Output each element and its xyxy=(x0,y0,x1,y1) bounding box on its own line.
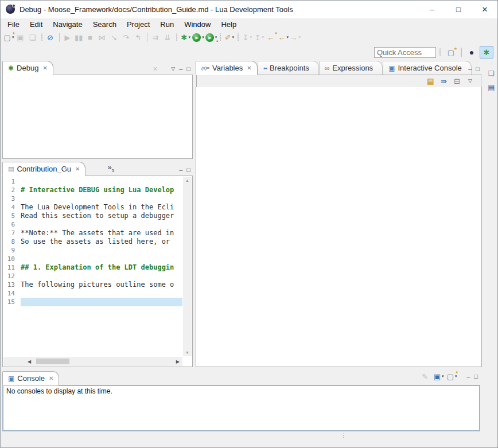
external-tools-button[interactable]: ▶▪▾ xyxy=(205,31,218,44)
run-button[interactable]: ▶▾ xyxy=(192,31,205,44)
scrollbar-thumb[interactable] xyxy=(36,359,69,364)
forward-button[interactable]: →▾ xyxy=(289,31,301,44)
line-text: Read this section to setup a debugger xyxy=(21,212,182,220)
line-text xyxy=(21,246,182,255)
debug-view-content xyxy=(2,75,193,159)
line-number: 12 xyxy=(3,272,21,281)
close-window-button[interactable]: ✕ xyxy=(472,0,498,18)
tab-variables[interactable]: (x)= Variables ✕ xyxy=(196,61,258,75)
close-tab-icon[interactable]: ✕ xyxy=(49,375,53,381)
minimize-view-button[interactable]: – xyxy=(466,373,470,380)
terminate-button[interactable]: ■ xyxy=(84,31,96,44)
skip-all-breakpoints-button[interactable]: ⊘ xyxy=(45,31,57,44)
maximize-view-button[interactable]: □ xyxy=(474,373,478,380)
open-perspective-button[interactable]: ▢★ xyxy=(444,46,458,59)
main-toolbar: ▢★▾ ▣ ❏ ⊘ ▶ ▮▮ ■ ⋈ xyxy=(0,30,498,45)
menu-item[interactable]: Help xyxy=(216,19,242,30)
display-selected-console-button[interactable]: ▣▾ xyxy=(433,370,445,383)
minimize-view-button[interactable]: – xyxy=(179,66,182,72)
trim-drag-handle[interactable]: ⋯ xyxy=(489,61,493,65)
separator xyxy=(461,48,462,57)
next-annotation-button[interactable]: ↧▾ xyxy=(241,31,253,44)
outline-view-button[interactable]: ▤ xyxy=(486,81,497,93)
view-menu-button[interactable]: ▽ xyxy=(464,76,476,87)
step-into-button[interactable]: ↘ xyxy=(108,31,120,44)
menu-item[interactable]: Edit xyxy=(25,19,48,30)
menu-item[interactable]: Project xyxy=(122,19,155,30)
close-tab-icon[interactable]: ✕ xyxy=(42,65,47,71)
suspend-button[interactable]: ▮▮ xyxy=(74,31,84,44)
tab-label: Expressions xyxy=(332,64,373,72)
console-view-controls: ✎ ▣▾ ▢★▾ – □ xyxy=(419,370,478,383)
disconnect-button[interactable]: ⋈ xyxy=(96,31,108,44)
tab-interactive-console[interactable]: ▣ Interactive Console xyxy=(383,61,472,75)
group-separator xyxy=(220,33,221,41)
use-step-filters-button[interactable]: ⇉ xyxy=(150,31,162,44)
debug-view-header: ✱ Debug ✕ ✕ ▽ – □ xyxy=(2,60,193,75)
tab-label: Contribution_Gu xyxy=(17,165,71,173)
minimize-view-button[interactable]: – xyxy=(179,167,182,173)
drop-to-frame-button[interactable]: ⇊ xyxy=(162,31,174,44)
open-console-button[interactable]: ▢★▾ xyxy=(446,370,458,383)
pin-console-button[interactable]: ✎ xyxy=(419,370,431,383)
tab-label: Debug xyxy=(17,64,38,72)
view-tabs: (x)= Variables ✕ ●● Breakpoints ∞ Expres… xyxy=(196,61,472,75)
show-logical-structures-button[interactable]: ⇛ xyxy=(438,76,450,87)
minimized-view-trim: ⋯ ❏ ▤ xyxy=(485,60,498,367)
horizontal-scrollbar[interactable]: ◀ ▶ xyxy=(3,357,182,366)
tab-console[interactable]: ▣ Console ✕ xyxy=(2,371,59,385)
minimize-view-button[interactable]: – xyxy=(468,66,472,72)
menu-item[interactable]: Navigate xyxy=(48,19,87,30)
scroll-down-icon[interactable]: ▼ xyxy=(185,350,189,354)
step-over-button[interactable]: ↷ xyxy=(120,31,133,44)
view-menu-button[interactable]: ▽ xyxy=(171,67,175,72)
debug-button[interactable]: ✱▾ xyxy=(180,31,192,44)
show-type-names-button[interactable]: ▤ xyxy=(425,76,437,87)
editor-content[interactable]: 1 2# Interactive DEBUG using Lua Develop… xyxy=(2,176,193,367)
back-button[interactable]: ←▾ xyxy=(277,31,289,44)
scroll-right-icon[interactable]: ▶ xyxy=(176,359,180,364)
last-edit-location-button[interactable]: ←★ xyxy=(265,31,277,44)
line-text: The following pictures outline some o xyxy=(21,281,182,289)
line-text xyxy=(21,289,182,298)
menu-item[interactable]: File xyxy=(2,19,25,30)
step-return-button[interactable]: ↰ xyxy=(133,31,145,44)
debug-view: ✱ Debug ✕ ✕ ▽ – □ xyxy=(2,60,193,159)
search-button[interactable]: ✐▾ xyxy=(223,31,235,44)
resume-button[interactable]: ▶ xyxy=(62,31,74,44)
scroll-up-icon[interactable]: ▲ xyxy=(185,178,189,182)
group-separator xyxy=(238,33,239,41)
app-logo-icon xyxy=(6,5,15,14)
previous-annotation-button[interactable]: ↥▾ xyxy=(253,31,265,44)
vertical-scrollbar[interactable]: ▲ ▼ xyxy=(183,177,192,356)
remove-all-terminated-button[interactable]: ✕ xyxy=(153,66,158,72)
restore-view-button[interactable]: ❏ xyxy=(486,68,497,79)
minimize-window-button[interactable]: – xyxy=(419,0,445,18)
variables-view-controls: – □ xyxy=(468,66,480,72)
tab-contribution-guide[interactable]: ▤ Contribution_Gu ✕ xyxy=(2,162,85,176)
collapse-all-button[interactable]: ⊟ xyxy=(451,76,463,87)
scroll-left-icon[interactable]: ◀ xyxy=(28,359,31,364)
tab-debug[interactable]: ✱ Debug ✕ xyxy=(2,61,53,75)
maximize-view-button[interactable]: □ xyxy=(476,66,480,72)
quick-access-input[interactable] xyxy=(374,47,436,58)
maximize-window-button[interactable]: □ xyxy=(445,0,472,18)
code-line: 4The Lua Development Tools in the Ecli xyxy=(3,203,182,212)
tab-expressions[interactable]: ∞ Expressions xyxy=(319,61,383,75)
menu-item[interactable]: Window xyxy=(179,19,216,30)
save-button[interactable]: ▣ xyxy=(15,31,27,44)
maximize-view-button[interactable]: □ xyxy=(186,66,190,72)
close-tab-icon[interactable]: ✕ xyxy=(75,166,80,172)
lua-perspective-button[interactable]: ● xyxy=(465,46,478,59)
save-all-button[interactable]: ❏ xyxy=(27,31,39,44)
close-tab-icon[interactable]: ✕ xyxy=(247,65,251,71)
status-drag-handle[interactable]: ⋮ xyxy=(341,434,346,438)
code-line: 2# Interactive DEBUG using Lua Develop xyxy=(3,186,182,194)
menu-item[interactable]: Search xyxy=(88,19,122,30)
new-button[interactable]: ▢★▾ xyxy=(3,31,15,44)
maximize-view-button[interactable]: □ xyxy=(186,167,190,173)
hidden-editors-chevron[interactable]: »5 xyxy=(107,163,114,173)
debug-perspective-button[interactable]: ✱ xyxy=(480,46,493,59)
tab-breakpoints[interactable]: ●● Breakpoints xyxy=(258,61,319,75)
menu-item[interactable]: Run xyxy=(155,19,179,30)
